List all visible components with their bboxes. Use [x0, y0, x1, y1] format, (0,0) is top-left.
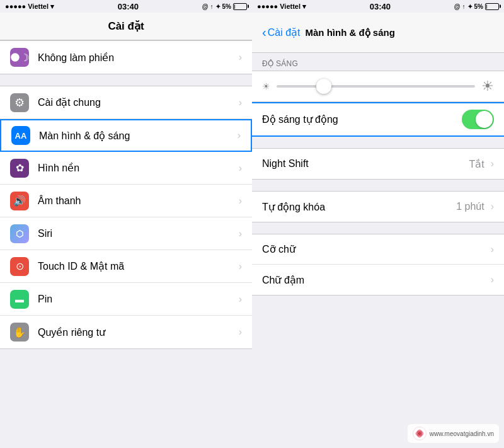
brightness-slider-row[interactable]: ☀ ☀: [252, 71, 504, 101]
location-icon-right: ↑: [462, 3, 466, 10]
back-chevron-icon: ‹: [262, 25, 266, 40]
settings-item-hinh-nen[interactable]: ✿ Hình nền ›: [0, 152, 252, 185]
co-chu-item[interactable]: Cỡ chữ ›: [252, 234, 504, 265]
settings-item-am-thanh[interactable]: 🔊 Âm thanh ›: [0, 185, 252, 217]
watermark-logo-icon: [413, 427, 427, 440]
right-content: ĐỘ SÁNG ☀ ☀ Độ sáng tự động: [252, 53, 504, 448]
bluetooth-icon-right: ✦: [467, 3, 472, 10]
back-label: Cài đặt: [268, 26, 301, 38]
carrier-right: Viettel: [280, 3, 301, 10]
brightness-slider-thumb[interactable]: [316, 79, 331, 94]
section-main: ⚙ Cài đặt chung › AA Màn hình & độ sáng …: [0, 86, 252, 349]
khong-lam-phien-icon: ) ☽: [10, 48, 29, 67]
night-shift-item[interactable]: Night Shift Tắt ›: [252, 149, 504, 179]
night-shift-label: Night Shift: [262, 158, 469, 169]
battery-pct-right: 5%: [474, 3, 483, 10]
settings-item-siri[interactable]: ⬡ Siri ›: [0, 217, 252, 250]
chu-dam-item[interactable]: Chữ đậm ›: [252, 265, 504, 295]
svg-point-6: [418, 432, 421, 435]
watermark: www.meovatgiadinh.vn: [408, 424, 499, 443]
chu-dam-chevron: ›: [491, 274, 494, 285]
settings-item-touch-id[interactable]: ⊙ Touch ID & Mật mã ›: [0, 250, 252, 283]
gap-right-2: [252, 180, 504, 191]
chevron-icon-8: ›: [239, 294, 242, 305]
nav-title-left: Cài đặt: [108, 20, 144, 33]
chevron-icon-6: ›: [239, 228, 242, 239]
chevron-icon-9: ›: [239, 326, 242, 338]
status-bar-left: ●●●●● Viettel ▾ 03:40 @ ↑ ✦ 5%: [0, 0, 252, 13]
settings-item-quyen-rieng-tu[interactable]: ✋ Quyền riêng tư ›: [0, 316, 252, 348]
section-do-not-disturb: ) ☽ Không làm phiền ›: [0, 40, 252, 74]
tu-dong-khoa-label: Tự động khóa: [262, 201, 456, 213]
back-button[interactable]: ‹ Cài đặt: [262, 25, 300, 40]
sun-large-icon: ☀: [481, 78, 494, 95]
pin-label: Pin: [38, 294, 235, 305]
settings-list: ) ☽ Không làm phiền › ⚙ Cài đặt chung ›: [0, 40, 252, 448]
settings-item-khong-lam-phien[interactable]: ) ☽ Không làm phiền ›: [0, 41, 252, 74]
svg-text:): ): [13, 55, 14, 60]
tu-dong-khoa-section: Tự động khóa 1 phút ›: [252, 191, 504, 222]
tu-dong-khoa-chevron: ›: [491, 201, 494, 212]
brightness-section-header: ĐỘ SÁNG: [252, 53, 504, 71]
tu-dong-khoa-item[interactable]: Tự động khóa 1 phút ›: [252, 192, 504, 222]
right-status-right: @ ↑ ✦ 5%: [454, 3, 499, 10]
touch-id-icon-bg: ⊙: [10, 257, 29, 276]
am-thanh-icon-bg: 🔊: [10, 192, 29, 210]
settings-item-cai-dat-chung[interactable]: ⚙ Cài đặt chung ›: [0, 86, 252, 119]
toggle-thumb: [476, 111, 493, 128]
chevron-icon-4: ›: [239, 163, 242, 174]
siri-label: Siri: [38, 228, 235, 239]
nav-bar-right: ‹ Cài đặt Màn hình & độ sáng: [252, 13, 504, 53]
chevron-icon-2: ›: [239, 97, 242, 108]
khong-lam-phien-label: Không làm phiền: [38, 52, 235, 64]
auto-brightness-label: Độ sáng tự động: [262, 113, 462, 125]
gap1: [0, 74, 252, 86]
pin-icon-bg: ▬: [10, 290, 29, 309]
left-status-right: ●●●●● Viettel ▾: [257, 3, 306, 11]
auto-brightness-item[interactable]: Độ sáng tự động: [252, 103, 504, 135]
wifi-icon-right: ▾: [302, 3, 306, 11]
watermark-url: www.meovatgiadinh.vn: [430, 430, 494, 437]
chevron-icon-5: ›: [239, 195, 242, 207]
battery-icon-left: [233, 3, 247, 10]
night-shift-section: Night Shift Tắt ›: [252, 148, 504, 180]
settings-item-man-hinh[interactable]: AA Màn hình & độ sáng ›: [0, 119, 252, 152]
co-chu-label: Cỡ chữ: [262, 243, 487, 255]
sun-small-icon: ☀: [262, 81, 270, 91]
tu-dong-khoa-value: 1 phút: [456, 201, 484, 212]
gear-icon-bg: ⚙: [10, 93, 29, 112]
auto-brightness-section: Độ sáng tự động: [252, 102, 504, 137]
night-shift-value: Tắt: [469, 158, 484, 170]
hinh-nen-label: Hình nền: [38, 162, 235, 174]
cai-dat-chung-label: Cài đặt chung: [38, 96, 235, 108]
auto-brightness-toggle[interactable]: [462, 110, 494, 129]
gap-right-3: [252, 222, 504, 234]
left-panel: ●●●●● Viettel ▾ 03:40 @ ↑ ✦ 5% Cài đặt )…: [0, 0, 252, 448]
chu-dam-label: Chữ đậm: [262, 274, 487, 286]
night-shift-chevron: ›: [491, 158, 494, 169]
at-icon-right: @: [454, 3, 461, 10]
at-icon: @: [202, 3, 209, 10]
time-left: 03:40: [118, 2, 139, 11]
man-hinh-label: Màn hình & độ sáng: [39, 130, 234, 142]
font-section: Cỡ chữ › Chữ đậm ›: [252, 234, 504, 296]
right-status-left: @ ↑ ✦ 5%: [202, 3, 247, 10]
signal-dots-right: ●●●●●: [257, 3, 278, 10]
right-panel: ●●●●● Viettel ▾ 03:40 @ ↑ ✦ 5% ‹ Cài đặt…: [252, 0, 504, 448]
brightness-slider-track[interactable]: [277, 85, 475, 88]
chevron-icon: ›: [239, 52, 242, 63]
siri-icon-bg: ⬡: [10, 224, 29, 243]
bluetooth-icon: ✦: [215, 3, 220, 10]
battery-pct-left: 5%: [222, 3, 231, 10]
gap-right-1: [252, 137, 504, 148]
hinh-nen-icon-bg: ✿: [10, 159, 29, 178]
settings-item-pin[interactable]: ▬ Pin ›: [0, 283, 252, 316]
brightness-section: ☀ ☀: [252, 71, 504, 102]
co-chu-chevron: ›: [491, 244, 494, 255]
chevron-icon-7: ›: [239, 261, 242, 272]
nav-title-right: Màn hình & độ sáng: [305, 27, 394, 38]
status-bar-right: ●●●●● Viettel ▾ 03:40 @ ↑ ✦ 5%: [252, 0, 504, 13]
touch-id-label: Touch ID & Mật mã: [38, 260, 235, 272]
chevron-icon-3: ›: [238, 130, 241, 141]
quyen-rieng-tu-label: Quyền riêng tư: [38, 326, 235, 338]
